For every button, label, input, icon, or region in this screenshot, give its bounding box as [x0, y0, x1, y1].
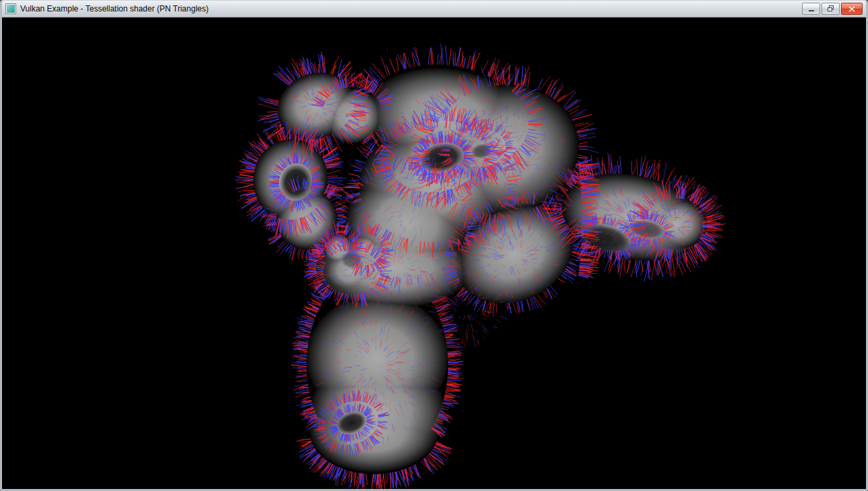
window-controls: [802, 3, 863, 15]
tessellation-render-canvas: [2, 18, 866, 489]
render-viewport[interactable]: [2, 18, 866, 489]
app-icon[interactable]: [6, 4, 16, 13]
close-button[interactable]: [841, 3, 863, 15]
window-title: Vulkan Example - Tessellation shader (PN…: [20, 4, 208, 13]
titlebar[interactable]: Vulkan Example - Tessellation shader (PN…: [2, 1, 866, 18]
maximize-button[interactable]: [822, 3, 840, 15]
close-icon: [848, 6, 855, 12]
minimize-button[interactable]: [802, 3, 820, 15]
restore-icon: [827, 5, 834, 12]
app-window: Vulkan Example - Tessellation shader (PN…: [0, 0, 868, 491]
minimize-icon: [808, 6, 815, 12]
